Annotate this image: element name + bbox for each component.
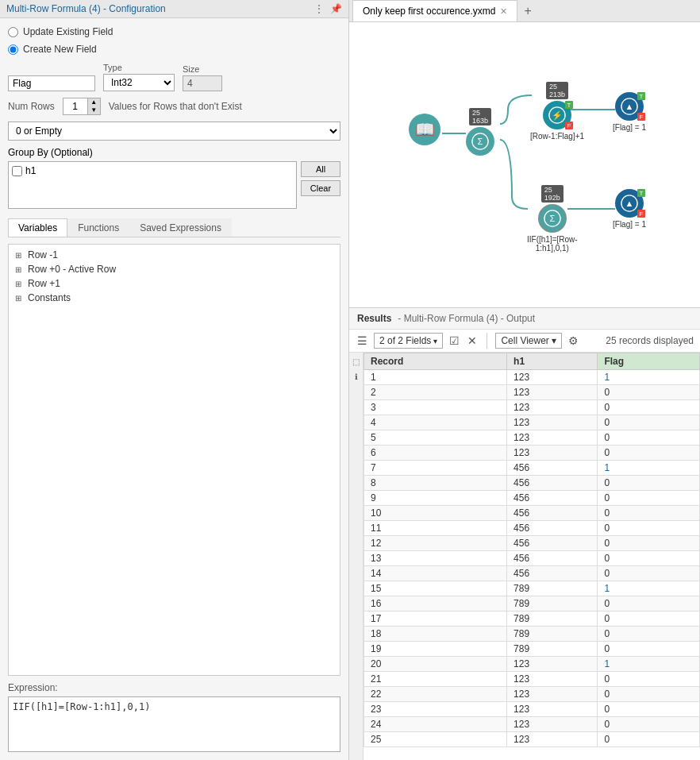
tab-functions[interactable]: Functions xyxy=(67,218,129,237)
close-tab-button[interactable]: ✕ xyxy=(500,6,507,17)
h1-checkbox[interactable] xyxy=(12,166,22,176)
table-cell: 456 xyxy=(507,461,598,476)
table-cell: 24 xyxy=(364,717,507,732)
table-cell: 0 xyxy=(598,642,700,657)
create-new-label[interactable]: Create New Field xyxy=(23,44,97,55)
table-row: 74561 xyxy=(364,461,700,476)
tab-saved-expressions[interactable]: Saved Expressions xyxy=(129,218,232,237)
table-cell: 0 xyxy=(598,717,700,732)
update-existing-radio[interactable] xyxy=(8,27,18,37)
expand-icon-row-plus0: ⊞ xyxy=(15,265,25,274)
num-rows-input[interactable] xyxy=(63,99,87,114)
table-cell: 1 xyxy=(598,657,700,672)
table-cell: 0 xyxy=(598,491,700,506)
tab-variables[interactable]: Variables xyxy=(8,218,67,237)
left-icon-1[interactable]: ⬚ xyxy=(351,356,361,368)
h1-label[interactable]: h1 xyxy=(25,165,36,176)
create-new-row: Create New Field xyxy=(8,44,340,55)
expand-icon-row-plus1: ⊞ xyxy=(15,280,25,288)
results-table-wrapper: Record h1 Flag 1123121230312304123051230… xyxy=(363,353,700,760)
tree-item-row-plus1[interactable]: ⊞ Row +1 xyxy=(12,276,337,291)
left-icon-2[interactable]: ℹ xyxy=(353,371,360,383)
all-button[interactable]: All xyxy=(301,161,340,177)
output2-corner-t: T xyxy=(637,189,645,197)
table-row: 134560 xyxy=(364,551,700,566)
node-formula1[interactable]: 25163b Σ xyxy=(466,108,494,156)
size-group: Size xyxy=(183,64,222,91)
table-cell: 7 xyxy=(364,461,507,476)
table-row: 221230 xyxy=(364,687,700,702)
check-icon[interactable]: ☑ xyxy=(448,333,461,349)
values-select[interactable]: 0 or Empty xyxy=(8,122,340,141)
spinner-up-button[interactable]: ▲ xyxy=(87,98,100,106)
table-row: 61230 xyxy=(364,446,700,461)
cell-viewer-button[interactable]: Cell Viewer ▾ xyxy=(495,333,561,349)
table-cell: 23 xyxy=(364,702,507,717)
file-tab-name: Only keep first occurence.yxmd xyxy=(363,6,495,17)
table-cell: 1 xyxy=(364,370,507,385)
tree-item-constants[interactable]: ⊞ Constants xyxy=(12,291,337,305)
table-cell: 1 xyxy=(598,370,700,385)
menu-icon[interactable]: ☰ xyxy=(356,333,369,349)
group-by-inner: h1 All Clear xyxy=(8,161,340,209)
table-cell: 16 xyxy=(364,596,507,611)
clear-button[interactable]: Clear xyxy=(301,180,340,196)
table-row: 94560 xyxy=(364,491,700,506)
update-existing-label[interactable]: Update Existing Field xyxy=(23,26,113,37)
field-name-group xyxy=(8,75,95,91)
table-row: 124560 xyxy=(364,536,700,551)
table-cell: 6 xyxy=(364,446,507,461)
spinner-down-button[interactable]: ▼ xyxy=(87,106,100,114)
pin-icon[interactable]: 📌 xyxy=(330,3,342,14)
file-tab[interactable]: Only keep first occurence.yxmd ✕ xyxy=(352,0,517,21)
node-output2[interactable]: ▲ T F [Flag] = 1 xyxy=(613,189,646,229)
values-label: Values for Rows that don't Exist xyxy=(109,101,242,112)
create-new-radio[interactable] xyxy=(8,44,18,55)
table-cell: 25 xyxy=(364,732,507,747)
size-input[interactable] xyxy=(183,75,222,91)
output1-icon: ▲ T F xyxy=(615,92,644,121)
tree-item-row-minus1[interactable]: ⊞ Row -1 xyxy=(12,248,337,262)
type-group: Type Int32 xyxy=(103,63,175,91)
num-rows-spinner: ▲ ▼ xyxy=(63,98,101,115)
settings-icon[interactable]: ⚙ xyxy=(567,333,580,349)
table-row: 241230 xyxy=(364,717,700,732)
cell-viewer-label: Cell Viewer xyxy=(501,335,548,346)
node-filter1[interactable]: 25213b ⚡ T F [Row-1:Flag]+1 xyxy=(530,82,584,141)
add-tab-button[interactable]: + xyxy=(517,1,537,21)
table-cell: 0 xyxy=(598,430,700,446)
results-left-icons: ⬚ ℹ xyxy=(349,353,363,760)
tree-label-row-minus1: Row -1 xyxy=(28,249,58,260)
filter1-badge: 25213b xyxy=(546,82,568,99)
table-cell: 456 xyxy=(507,491,598,506)
table-cell: 456 xyxy=(507,506,598,521)
node-output1[interactable]: ▲ T F [Flag] = 1 xyxy=(613,92,646,132)
x-icon[interactable]: ✕ xyxy=(466,333,479,349)
table-row: 114560 xyxy=(364,521,700,536)
canvas-area[interactable]: 📖 25163b Σ 25213b ⚡ T F [Row-1:Flag]+1 ▲… xyxy=(349,22,700,307)
svg-text:▲: ▲ xyxy=(625,199,634,208)
table-row: 157891 xyxy=(364,581,700,596)
table-cell: 456 xyxy=(507,476,598,491)
node-formula2[interactable]: 25192b Σ IIF([h1]=[Row-1:h1],0,1) xyxy=(527,185,578,253)
table-cell: 3 xyxy=(364,400,507,415)
tree-item-row-plus0[interactable]: ⊞ Row +0 - Active Row xyxy=(12,262,337,276)
node-input[interactable]: 📖 xyxy=(409,114,440,145)
field-name-input[interactable] xyxy=(8,75,95,91)
expression-section: Expression: IIF([h1]=[Row-1:h1],0,1) xyxy=(8,682,340,752)
table-cell: 0 xyxy=(598,415,700,430)
more-options-icon[interactable]: ⋮ xyxy=(314,3,324,14)
table-row: 104560 xyxy=(364,506,700,521)
results-title: Results xyxy=(357,313,391,324)
table-cell: 123 xyxy=(507,415,598,430)
table-cell: 456 xyxy=(507,566,598,581)
fields-badge[interactable]: 2 of 2 Fields ▾ xyxy=(374,333,443,349)
table-row: 251230 xyxy=(364,732,700,747)
table-cell: 123 xyxy=(507,687,598,702)
type-select[interactable]: Int32 xyxy=(103,74,175,91)
expression-textarea[interactable]: IIF([h1]=[Row-1:h1],0,1) xyxy=(8,696,340,752)
values-dropdown-row: 0 or Empty xyxy=(8,122,340,141)
group-by-list: h1 xyxy=(8,161,297,209)
panel-body: Update Existing Field Create New Field T… xyxy=(0,18,348,760)
output2-icon: ▲ T F xyxy=(615,189,644,218)
